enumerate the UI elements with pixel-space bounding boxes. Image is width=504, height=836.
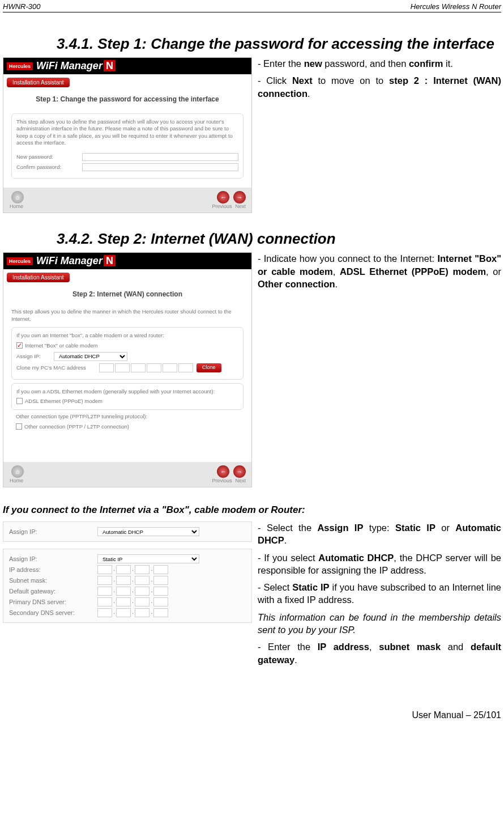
step1-screenshot: Hercules WiFi ManagerN Installation Assi…: [3, 57, 252, 213]
t: it.: [443, 58, 452, 69]
previous-button-2[interactable]: ←: [217, 465, 229, 478]
next-label: Next: [235, 203, 246, 209]
t: confirm: [409, 58, 443, 69]
hercules-logo: Hercules: [7, 62, 33, 70]
section-341-heading: 3.4.1. Step 1: Change the password for a…: [57, 35, 501, 53]
nav-group: ← → Previous Next: [212, 191, 246, 209]
home-group: ⌂ Home: [9, 191, 24, 209]
confirm-password-row: Confirm password:: [16, 163, 238, 171]
tab-installation-assistant-2[interactable]: Installation Assistant: [7, 273, 70, 282]
previous-button[interactable]: ←: [217, 191, 229, 203]
home-icon-2[interactable]: ⌂: [11, 465, 24, 478]
snip2-select[interactable]: Static IP: [97, 554, 199, 563]
product-name: Hercules Wireless N Router: [411, 2, 501, 11]
t: to move on to: [313, 75, 389, 86]
step2-title: Step 2: Internet (WAN) connection: [3, 282, 251, 304]
checkbox-adsl[interactable]: [16, 398, 23, 404]
s2-p1: - Indicate how you connect to the Intern…: [258, 252, 501, 290]
snip2-assign-ip-label: Assign IP:: [9, 555, 94, 562]
hercules-logo-2: Hercules: [7, 257, 33, 265]
pdns-input[interactable]: ...: [97, 597, 168, 606]
app-title-text-2: WiFi Manager: [36, 255, 102, 266]
gateway-input[interactable]: ...: [97, 587, 168, 596]
new-password-input[interactable]: [82, 153, 238, 161]
t: ,: [333, 266, 340, 277]
snip1-select[interactable]: Automatic DHCP: [97, 527, 199, 536]
t: - Enter the: [258, 58, 304, 69]
snip2-sdns-label: Secondary DNS server:: [9, 609, 94, 616]
app-title-text: WiFi Manager: [36, 60, 102, 71]
group3-label: Other connection type (PPTP/L2TP tunneli…: [16, 413, 239, 420]
mac-inputs[interactable]: [99, 363, 193, 372]
t: ,: [369, 642, 379, 652]
step2-body: This step allows you to define the manne…: [3, 304, 251, 462]
new-password-label: New password:: [16, 154, 79, 160]
n-badge: N: [104, 60, 116, 71]
step1-body: This step allows you to define the passw…: [3, 109, 251, 188]
s3-p4: This information can be found in the mem…: [258, 611, 501, 636]
opt3-label: Other connection (PPTP / L2TP connection…: [24, 423, 129, 430]
previous-label-2: Previous: [212, 478, 232, 483]
t: - Select: [258, 582, 292, 592]
next-label-2: Next: [235, 478, 246, 483]
confirm-password-input[interactable]: [82, 163, 238, 171]
t: ADSL Ethernet (PPPoE) modem: [340, 266, 486, 277]
section-3-row: Assign IP: Automatic DHCP Assign IP: Sta…: [3, 521, 501, 671]
sdns-input[interactable]: ...: [97, 608, 168, 617]
snip1-label: Assign IP:: [9, 528, 94, 535]
app-title: WiFi ManagerN: [36, 60, 116, 72]
section-341-row: Hercules WiFi ManagerN Installation Assi…: [3, 57, 501, 213]
snip2-gateway-label: Default gateway:: [9, 588, 94, 595]
t: and: [441, 642, 471, 652]
checkbox-other[interactable]: [16, 423, 22, 430]
assign-ip-label: Assign IP:: [16, 353, 50, 360]
checkbox-box-modem[interactable]: [16, 342, 23, 349]
subnet-input[interactable]: ...: [97, 576, 168, 585]
group1-label: If you own an Internet "box", a cable mo…: [16, 332, 238, 339]
step1-paragraph: This step allows you to define the passw…: [16, 118, 238, 146]
s3-p1: - Select the Assign IP type: Static IP o…: [258, 521, 501, 547]
tab-installation-assistant[interactable]: Installation Assistant: [7, 78, 70, 87]
t: Automatic DHCP: [318, 553, 394, 563]
home-label: Home: [9, 203, 24, 209]
s3-p3: - Select Static IP if you have subscribe…: [258, 581, 501, 606]
snippet-static: Assign IP: Static IP IP address: ... Sub…: [3, 549, 252, 623]
clone-mac-label: Clone my PC's MAC address: [16, 364, 96, 371]
section-341-side: - Enter the new password, and then confi…: [252, 57, 501, 104]
s1-p1: - Enter the new password, and then confi…: [258, 57, 501, 70]
group-adsl: If you own a ADSL Ethernet modem (genera…: [11, 383, 244, 410]
t: .: [284, 535, 287, 545]
t: - Enter the: [258, 642, 318, 652]
section-342-heading: 3.4.2. Step 2: Internet (WAN) connection: [57, 230, 501, 248]
t: .: [307, 88, 310, 99]
t: type:: [363, 523, 395, 533]
home-group-2: ⌂ Home: [9, 465, 24, 483]
s3-p5: - Enter the IP address, subnet mask and …: [258, 640, 501, 666]
section-342-row: Hercules WiFi ManagerN Installation Assi…: [3, 252, 501, 487]
t: .: [335, 279, 338, 289]
app-title-2: WiFi ManagerN: [36, 255, 116, 267]
next-button-2[interactable]: →: [233, 465, 246, 478]
step2-footer: ⌂ Home ← → Previous Next: [3, 462, 251, 487]
section-342-side: - Indicate how you connect to the Intern…: [252, 252, 501, 295]
group2-label: If you own a ADSL Ethernet modem (genera…: [16, 388, 238, 395]
ip-address-input[interactable]: ...: [97, 565, 168, 574]
snip2-pdns-label: Primary DNS server:: [9, 599, 94, 605]
step1-footer: ⌂ Home ← → Previous Next: [3, 188, 251, 213]
clone-button[interactable]: Clone: [197, 363, 221, 372]
opt1-label: Internet "Box" or cable modem: [25, 342, 98, 349]
new-password-row: New password:: [16, 153, 238, 161]
step1-title: Step 1: Change the password for accessin…: [3, 87, 251, 109]
t: Static IP: [395, 523, 435, 533]
t: - Click: [258, 75, 292, 86]
step2-screenshot: Hercules WiFi ManagerN Installation Assi…: [3, 252, 252, 487]
assign-ip-select[interactable]: Automatic DHCP: [54, 352, 127, 361]
next-button[interactable]: →: [233, 191, 246, 203]
t: , or: [486, 266, 501, 277]
step2-paragraph: This step allows you to define the manne…: [11, 308, 244, 322]
t: .: [294, 655, 297, 665]
confirm-password-label: Confirm password:: [16, 164, 79, 171]
nav-group-2: ← → Previous Next: [212, 465, 246, 483]
snippets: Assign IP: Automatic DHCP Assign IP: Sta…: [3, 521, 252, 630]
home-icon[interactable]: ⌂: [11, 191, 24, 203]
